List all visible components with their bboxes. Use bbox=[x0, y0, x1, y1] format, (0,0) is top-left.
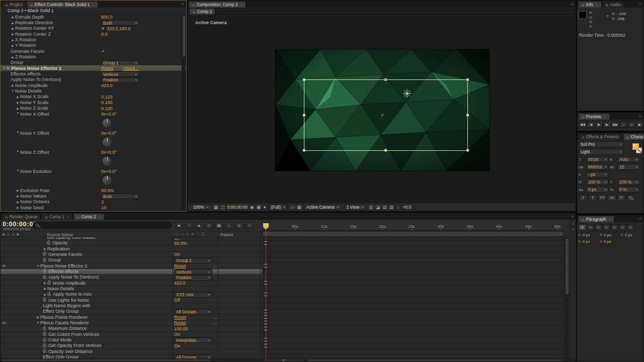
auto-keyframe-icon[interactable]: ◎ bbox=[235, 222, 244, 229]
camera-dropdown[interactable]: Active Camera bbox=[304, 204, 342, 210]
timeline-graph-row[interactable] bbox=[262, 257, 564, 263]
about-link[interactable]: About... bbox=[123, 66, 139, 71]
timeline-graph-row[interactable] bbox=[262, 292, 564, 297]
play-button[interactable]: ▶ bbox=[595, 121, 603, 128]
align-right-button[interactable]: ≡ bbox=[595, 224, 602, 230]
stopwatch-icon[interactable] bbox=[43, 332, 46, 336]
next-frame-button[interactable]: ▶ bbox=[603, 121, 611, 128]
audio-toggle-button[interactable]: ♪ bbox=[620, 121, 627, 128]
draft-3d-icon[interactable]: ▲ bbox=[195, 222, 203, 229]
timeline-graph-row[interactable] bbox=[262, 343, 564, 348]
flowchart-button-icon[interactable]: ▧ bbox=[389, 205, 394, 210]
fast-preview-icon[interactable]: ◪ bbox=[376, 205, 380, 210]
tab-preview[interactable]: ▤Preview× bbox=[578, 113, 610, 120]
property-dropdown[interactable]: Vertices bbox=[174, 269, 212, 275]
timeline-property-row[interactable]: Effect Only GroupAll Groups bbox=[1, 309, 262, 314]
twirl-icon[interactable]: ▼ bbox=[16, 150, 20, 153]
timeline-graph-row[interactable] bbox=[262, 314, 564, 320]
timeline-property-row[interactable]: fx▼Plexus Noise Effector 2Reset... bbox=[1, 263, 262, 268]
effect-property-row[interactable]: ▶Rotation Center XY⊕320.0,180.0 bbox=[1, 26, 186, 31]
twirl-icon[interactable]: ▼ bbox=[2, 67, 7, 70]
twirl-icon[interactable]: ▶ bbox=[16, 206, 20, 209]
timeline-graph-row[interactable] bbox=[262, 240, 564, 246]
twirl-icon[interactable]: ▶ bbox=[16, 194, 20, 198]
property-dropdown[interactable]: Group 1 bbox=[101, 60, 139, 66]
effect-property-row[interactable]: ▶Replicate DirectionBoth bbox=[1, 20, 186, 25]
property-value[interactable]: 100.00 bbox=[174, 326, 188, 331]
property-value[interactable]: 3 bbox=[101, 200, 104, 205]
twirl-icon[interactable]: ▶ bbox=[11, 55, 15, 59]
close-tab-icon[interactable]: × bbox=[604, 115, 606, 119]
twirl-icon[interactable]: ▶ bbox=[43, 247, 47, 250]
property-checkbox[interactable]: ✓ bbox=[101, 49, 105, 54]
space-before-field[interactable]: ≡0 px bbox=[579, 239, 600, 244]
property-dropdown[interactable]: All Groups bbox=[174, 309, 212, 315]
timeline-property-row[interactable]: ▶Noise Details bbox=[1, 286, 262, 292]
timeline-graph-row[interactable] bbox=[262, 326, 564, 331]
reset-link[interactable]: Reset bbox=[174, 263, 186, 268]
reset-link[interactable]: Reset bbox=[174, 315, 186, 320]
timeline-property-row[interactable]: ▶Plexus Points RendererReset... bbox=[1, 314, 262, 320]
panel-menu-icon[interactable]: ≡ bbox=[637, 114, 643, 119]
reset-link[interactable]: Reset bbox=[101, 66, 113, 71]
effect-switch-icon[interactable]: fx bbox=[3, 321, 6, 325]
effect-property-row[interactable]: ▼Noise X Offset0x+0.0° bbox=[1, 111, 186, 130]
close-tab-icon[interactable]: × bbox=[240, 3, 243, 7]
timeline-graph-row[interactable] bbox=[262, 275, 564, 280]
justify-all-button[interactable]: ≡ bbox=[627, 224, 634, 230]
effect-property-row[interactable]: ▶Noise Octaves3 bbox=[1, 199, 186, 205]
anchor-point-icon[interactable] bbox=[403, 89, 411, 98]
effect-property-row[interactable]: ▼Noise Z Offset0x+0.0° bbox=[1, 149, 186, 168]
property-value[interactable]: 0x+0.0° bbox=[101, 150, 117, 155]
timeline-property-row[interactable]: Opacity over Distance bbox=[1, 349, 262, 354]
tab-charact[interactable]: ▤Charact× bbox=[623, 133, 643, 140]
timeline-zoom-slider[interactable] bbox=[264, 359, 303, 361]
hide-shy-layers-icon[interactable]: ◇ bbox=[205, 222, 213, 229]
timeline-property-row[interactable]: Maximum Distance100.00 bbox=[1, 326, 262, 331]
twirl-icon[interactable]: ▶ bbox=[11, 15, 15, 19]
tab-comp-1[interactable]: ▤Comp 1× bbox=[41, 213, 72, 220]
timeline-property-row[interactable]: Opacity50.0% bbox=[1, 240, 262, 246]
twirl-icon[interactable]: ▶ bbox=[11, 38, 15, 42]
stopwatch-icon[interactable] bbox=[43, 344, 46, 347]
font-family-dropdown[interactable]: Sol Pro bbox=[579, 141, 624, 147]
effect-property-row[interactable]: ▶Noise ValuesBoth bbox=[1, 193, 186, 199]
timeline-property-row[interactable]: Light Name Begins with bbox=[1, 303, 262, 309]
twirl-icon[interactable]: ▶ bbox=[11, 27, 15, 30]
timeline-property-row[interactable]: Get Opacity From VerticesOn bbox=[1, 343, 262, 348]
rotation-dial[interactable] bbox=[102, 156, 112, 166]
timeline-property-row[interactable]: ▶Replication bbox=[1, 246, 262, 251]
effect-property-row[interactable]: ▶Evolution Rate50.0% bbox=[1, 188, 186, 193]
timeline-button-icon[interactable]: ▤ bbox=[382, 205, 387, 210]
timeline-graph-row[interactable] bbox=[262, 332, 564, 337]
effect-property-row[interactable]: Apply Noise To (Vertices)Position bbox=[1, 77, 186, 82]
effect-controls-scrollbar[interactable] bbox=[182, 15, 186, 210]
timeline-vertical-scrollbar[interactable] bbox=[565, 237, 569, 359]
tab-render-queue[interactable]: ▤Render Queue bbox=[2, 213, 41, 220]
property-dropdown[interactable]: XYZ Axis bbox=[174, 292, 212, 298]
twirl-icon[interactable]: ▶ bbox=[16, 189, 20, 192]
transparency-grid-icon[interactable]: ▩ bbox=[297, 205, 302, 210]
space-after-field[interactable]: ≡0 px bbox=[600, 239, 621, 244]
close-tab-icon[interactable]: × bbox=[67, 215, 69, 219]
twirl-icon[interactable]: ▶ bbox=[36, 315, 40, 319]
panel-menu-icon[interactable]: ≡ bbox=[569, 2, 576, 7]
grid-guides-icon[interactable]: ▦ bbox=[214, 205, 218, 210]
font-style-dropdown[interactable]: Light bbox=[579, 149, 624, 155]
tab-effect-controls-black-solid-1[interactable]: ▤Effect Controls: Black Solid 1× bbox=[27, 1, 98, 8]
columns-horizontal-scrollbar[interactable] bbox=[2, 359, 211, 361]
current-time-display[interactable]: 0:00:00:00 bbox=[3, 220, 37, 228]
property-value[interactable]: 0x+0.0° bbox=[101, 112, 117, 117]
stopwatch-icon[interactable] bbox=[43, 349, 46, 353]
effect-property-row[interactable]: ▶Z Rotation bbox=[1, 54, 186, 59]
effect-property-row[interactable]: GroupGroup 1 bbox=[1, 60, 186, 65]
property-value[interactable]: 500.0 bbox=[101, 15, 113, 20]
indent-left-field[interactable]: ≡0 px bbox=[579, 233, 600, 237]
timeline-graph-row[interactable] bbox=[262, 246, 564, 251]
property-dropdown[interactable]: Position bbox=[101, 77, 139, 83]
timeline-graph-row[interactable] bbox=[262, 320, 564, 326]
timeline-graph-row[interactable] bbox=[262, 269, 564, 275]
timeline-graph-area[interactable] bbox=[262, 237, 564, 359]
last-frame-button[interactable]: ▶▶ bbox=[611, 121, 619, 128]
property-value[interactable]: On bbox=[174, 332, 180, 337]
